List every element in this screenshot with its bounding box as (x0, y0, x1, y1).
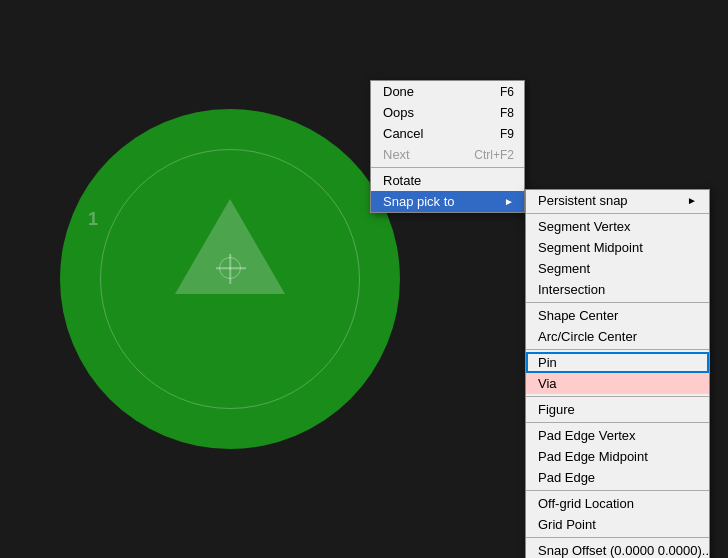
menu-item-cancel[interactable]: Cancel F9 (371, 123, 524, 144)
submenu-separator-7 (526, 537, 709, 538)
submenu-item-segment-vertex[interactable]: Segment Vertex (526, 216, 709, 237)
menu-item-snap-pick-to[interactable]: Snap pick to ► Persistent snap ► Segment… (371, 191, 524, 212)
submenu-item-off-grid-location[interactable]: Off-grid Location (526, 493, 709, 514)
pcb-number: 1 (88, 209, 98, 230)
submenu-label-segment-midpoint: Segment Midpoint (538, 240, 643, 255)
submenu-label-segment: Segment (538, 261, 590, 276)
menu-item-rotate[interactable]: Rotate (371, 170, 524, 191)
menu-label-rotate: Rotate (383, 173, 421, 188)
submenu-item-grid-point[interactable]: Grid Point (526, 514, 709, 535)
submenu-separator-1 (526, 213, 709, 214)
submenu-item-segment[interactable]: Segment (526, 258, 709, 279)
submenu-separator-2 (526, 302, 709, 303)
menu-label-cancel: Cancel (383, 126, 423, 141)
submenu-label-segment-vertex: Segment Vertex (538, 219, 631, 234)
submenu-item-via[interactable]: Via (526, 373, 709, 394)
menu-label-next: Next (383, 147, 410, 162)
submenu-arrow-icon: ► (504, 196, 514, 207)
submenu-label-intersection: Intersection (538, 282, 605, 297)
submenu-separator-6 (526, 490, 709, 491)
submenu-item-figure[interactable]: Figure (526, 399, 709, 420)
menu-shortcut-cancel: F9 (500, 127, 514, 141)
submenu-item-pad-edge[interactable]: Pad Edge (526, 467, 709, 488)
submenu-item-pin[interactable]: Pin (526, 352, 709, 373)
submenu-label-off-grid-location: Off-grid Location (538, 496, 634, 511)
menu-item-oops[interactable]: Oops F8 (371, 102, 524, 123)
submenu-label-persistent-snap: Persistent snap (538, 193, 628, 208)
menu-label-done: Done (383, 84, 414, 99)
submenu-label-figure: Figure (538, 402, 575, 417)
submenu-separator-4 (526, 396, 709, 397)
submenu-label-snap-offset: Snap Offset (0.0000 0.0000)... (538, 543, 713, 558)
submenu-item-arc-circle-center[interactable]: Arc/Circle Center (526, 326, 709, 347)
menu-label-snap-pick-to: Snap pick to (383, 194, 455, 209)
submenu-label-pad-edge: Pad Edge (538, 470, 595, 485)
submenu-separator-5 (526, 422, 709, 423)
menu-label-oops: Oops (383, 105, 414, 120)
submenu-item-shape-center[interactable]: Shape Center (526, 305, 709, 326)
menu-shortcut-next: Ctrl+F2 (474, 148, 514, 162)
submenu-item-intersection[interactable]: Intersection (526, 279, 709, 300)
submenu-label-arc-circle-center: Arc/Circle Center (538, 329, 637, 344)
menu-separator-1 (371, 167, 524, 168)
submenu-item-pad-edge-vertex[interactable]: Pad Edge Vertex (526, 425, 709, 446)
submenu-separator-3 (526, 349, 709, 350)
menu-item-next: Next Ctrl+F2 (371, 144, 524, 165)
context-menu: Done F6 Oops F8 Cancel F9 Next Ctrl+F2 R… (370, 80, 525, 213)
submenu-label-grid-point: Grid Point (538, 517, 596, 532)
submenu: Persistent snap ► Segment Vertex Segment… (525, 189, 710, 558)
submenu-item-segment-midpoint[interactable]: Segment Midpoint (526, 237, 709, 258)
submenu-item-persistent-snap[interactable]: Persistent snap ► (526, 190, 709, 211)
menu-shortcut-oops: F8 (500, 106, 514, 120)
submenu-item-snap-offset[interactable]: Snap Offset (0.0000 0.0000)... (526, 540, 709, 558)
submenu-label-pad-edge-vertex: Pad Edge Vertex (538, 428, 636, 443)
submenu-item-pad-edge-midpoint[interactable]: Pad Edge Midpoint (526, 446, 709, 467)
submenu-label-via: Via (538, 376, 557, 391)
submenu-label-pad-edge-midpoint: Pad Edge Midpoint (538, 449, 648, 464)
submenu-arrow-persistent: ► (687, 195, 697, 206)
submenu-label-pin: Pin (538, 355, 557, 370)
pcb-crosshair (219, 257, 241, 279)
pcb-circle: 1 (60, 109, 400, 449)
menu-shortcut-done: F6 (500, 85, 514, 99)
submenu-label-shape-center: Shape Center (538, 308, 618, 323)
menu-item-done[interactable]: Done F6 (371, 81, 524, 102)
